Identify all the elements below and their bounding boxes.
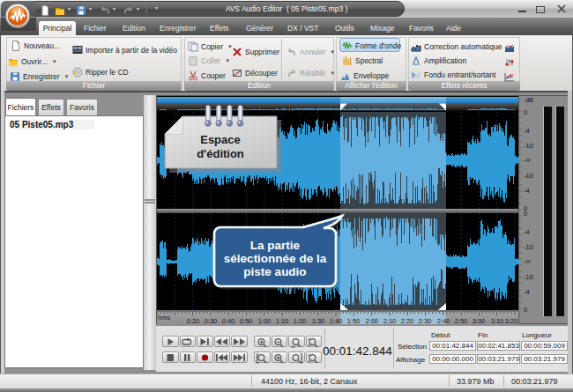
svg-text:piste audio: piste audio xyxy=(243,265,306,278)
svg-text:La partie: La partie xyxy=(250,239,301,252)
svg-text:sélectionnée de la: sélectionnée de la xyxy=(224,252,327,265)
